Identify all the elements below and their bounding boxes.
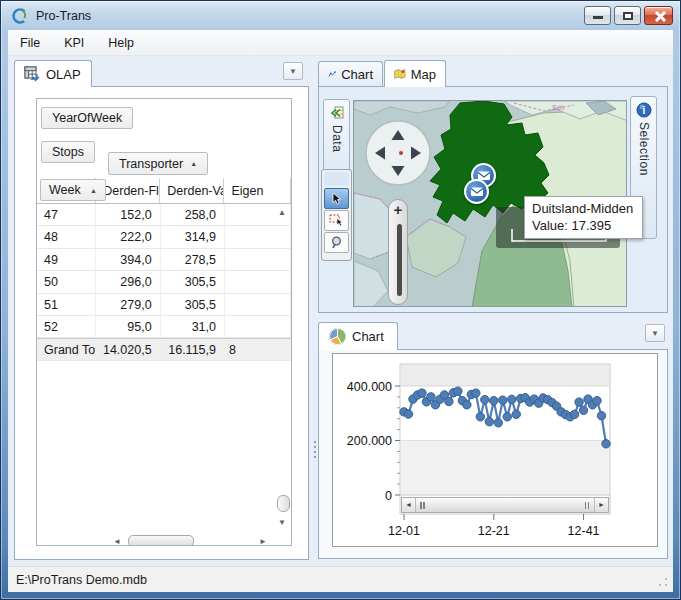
data-point[interactable] — [593, 397, 601, 405]
scroll-left-icon[interactable]: ◄ — [402, 498, 416, 512]
data-point[interactable] — [463, 401, 471, 409]
value-cell[interactable]: 14.020,5 — [96, 339, 160, 359]
tab-chart-bottom[interactable]: Chart — [318, 322, 398, 350]
data-point[interactable] — [508, 395, 516, 403]
data-point[interactable] — [494, 419, 502, 427]
value-cell[interactable]: 314,9 — [161, 226, 225, 247]
value-cell[interactable]: 394,0 — [96, 249, 160, 270]
scroll-right-icon[interactable]: ► — [594, 498, 608, 512]
scroll-up-icon[interactable]: ▲ — [278, 208, 286, 217]
value-cell[interactable]: 305,5 — [161, 294, 225, 315]
header-cell[interactable]: Eigen — [224, 178, 291, 203]
data-point[interactable] — [575, 398, 583, 406]
maximize-button[interactable] — [614, 6, 641, 25]
data-point[interactable] — [570, 410, 578, 418]
map-marker[interactable] — [464, 179, 489, 204]
tab-olap[interactable]: OLAP — [14, 60, 92, 87]
data-point[interactable] — [597, 412, 605, 420]
value-cell[interactable]: 222,0 — [96, 226, 160, 247]
data-point[interactable] — [485, 417, 493, 425]
close-button[interactable] — [644, 6, 673, 25]
data-point[interactable] — [490, 397, 498, 405]
zoom-track[interactable] — [397, 224, 402, 296]
data-point[interactable] — [454, 387, 462, 395]
menu-file[interactable]: File — [8, 36, 52, 50]
value-cell[interactable]: 31,0 — [161, 316, 225, 337]
value-cell[interactable]: 278,5 — [161, 249, 225, 270]
value-cell[interactable]: 258,0 — [161, 204, 225, 225]
data-point[interactable] — [445, 397, 453, 405]
pointer-tool-button[interactable] — [324, 188, 349, 209]
scrollbar-grip-icon[interactable] — [420, 502, 422, 509]
data-point[interactable] — [404, 410, 412, 418]
menu-kpi[interactable]: KPI — [52, 36, 96, 50]
menu-help[interactable]: Help — [96, 36, 146, 50]
title-bar[interactable]: Pro-Trans — [2, 2, 679, 30]
row-header-cell[interactable]: 47 — [37, 204, 96, 225]
row-header-cell[interactable]: 49 — [37, 249, 96, 270]
value-cell[interactable]: 152,0 — [96, 204, 160, 225]
data-point[interactable] — [476, 413, 484, 421]
table-row[interactable]: 48222,0314,9 — [37, 226, 291, 248]
data-point[interactable] — [427, 393, 435, 401]
row-header-cell[interactable]: 51 — [37, 294, 96, 315]
field-button-week[interactable]: Week ▲ — [40, 179, 106, 201]
chart-scrollbar-thumb[interactable] — [416, 498, 594, 512]
scroll-down-icon[interactable]: ▼ — [278, 518, 286, 527]
table-row[interactable]: 49394,0278,5 — [37, 249, 291, 271]
value-cell[interactable]: 305,5 — [161, 271, 225, 292]
data-point[interactable] — [503, 413, 511, 421]
table-row[interactable]: 5295,031,0 — [37, 316, 291, 338]
chart-panel-dropdown-button[interactable]: ▼ — [645, 324, 665, 342]
value-cell[interactable]: 279,0 — [96, 294, 160, 315]
olap-panel: YearOfWeek Stops Transporter ▲ Derden-Fl… — [14, 86, 309, 560]
value-cell[interactable]: 95,0 — [96, 316, 160, 337]
tab-chart-top[interactable]: Chart — [318, 61, 383, 87]
field-button-yearofweek[interactable]: YearOfWeek — [41, 107, 133, 129]
scroll-right-icon[interactable]: ► — [259, 537, 267, 546]
table-row[interactable]: 50296,0305,5 — [37, 271, 291, 293]
data-point[interactable] — [602, 440, 610, 448]
value-cell[interactable]: 296,0 — [96, 271, 160, 292]
zoom-in-icon[interactable]: + — [389, 200, 407, 220]
map-zoom-slider[interactable]: + — [388, 199, 408, 305]
header-cell[interactable]: Derden-Vast — [160, 178, 224, 203]
scroll-left-icon[interactable]: ◄ — [113, 537, 121, 546]
table-row[interactable]: 51279,0305,5 — [37, 294, 291, 316]
chart-scrollbar[interactable]: ◄ ► — [401, 497, 609, 513]
value-cell[interactable]: 8 — [225, 339, 291, 359]
zoom-tool-button[interactable] — [324, 232, 349, 253]
data-point[interactable] — [499, 396, 507, 404]
minimize-button[interactable] — [584, 6, 611, 25]
rectangle-select-tool-button[interactable] — [324, 210, 349, 231]
map-pan-control[interactable] — [364, 119, 432, 187]
horizontal-scrollbar-thumb[interactable] — [128, 535, 194, 546]
scrollbar-grip-icon[interactable] — [585, 502, 587, 509]
data-point[interactable] — [481, 395, 489, 403]
resize-grip[interactable] — [658, 577, 668, 587]
tab-map[interactable]: Map — [384, 60, 446, 87]
data-point[interactable] — [579, 406, 587, 414]
value-cell[interactable] — [225, 294, 291, 315]
x-axis-label: 12-21 — [478, 524, 510, 538]
data-point[interactable] — [512, 410, 520, 418]
table-row[interactable]: Grand Total14.020,516.115,98 — [37, 338, 291, 360]
row-header-cell[interactable]: Grand Total — [37, 339, 96, 359]
field-button-stops[interactable]: Stops — [41, 141, 95, 163]
vertical-scrollbar-thumb[interactable] — [277, 495, 290, 512]
data-point[interactable] — [472, 389, 480, 397]
tab-data-side[interactable]: Data — [323, 99, 350, 179]
splitter-handle[interactable] — [313, 440, 317, 460]
olap-panel-dropdown-button[interactable]: ▼ — [283, 62, 303, 80]
value-cell[interactable]: 16.115,9 — [161, 339, 225, 359]
value-cell[interactable] — [225, 249, 291, 270]
row-header-cell[interactable]: 52 — [37, 316, 96, 337]
value-cell[interactable] — [225, 316, 291, 337]
field-button-transporter[interactable]: Transporter ▲ — [108, 152, 208, 175]
row-header-cell[interactable]: 48 — [37, 226, 96, 247]
value-cell[interactable] — [225, 271, 291, 292]
row-header-cell[interactable]: 50 — [37, 271, 96, 292]
table-row[interactable]: 47152,0258,0 — [37, 204, 291, 226]
data-point[interactable] — [418, 389, 426, 397]
value-cell[interactable] — [225, 226, 291, 247]
